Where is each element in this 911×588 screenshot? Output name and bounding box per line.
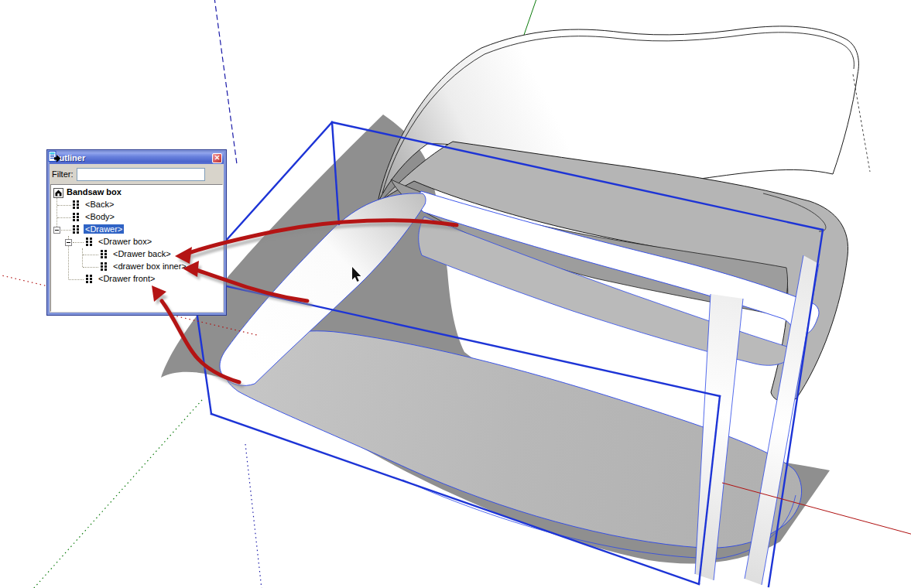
- green-axis-positive: [524, 0, 537, 35]
- tree-row-drawer-box-inner[interactable]: <drawer box inner>: [51, 261, 222, 273]
- filter-label: Filter:: [52, 169, 74, 179]
- tree-row-drawer-front[interactable]: <Drawer front>: [51, 273, 222, 285]
- close-icon[interactable]: ✕: [212, 153, 222, 163]
- tree-item-label: Bandsaw box: [67, 187, 122, 197]
- collapse-expander-icon[interactable]: [53, 227, 60, 234]
- details-flyout-icon[interactable]: [207, 167, 221, 181]
- tree-item-label: <Back>: [85, 200, 114, 209]
- tree-row-back[interactable]: <Back>: [51, 199, 222, 211]
- blue-axis-upper: [214, 0, 237, 164]
- tree-row-root[interactable]: Bandsaw box: [51, 186, 222, 199]
- green-axis-negative: [33, 400, 202, 588]
- outliner-titlebar[interactable]: Outliner ✕: [50, 152, 224, 164]
- outliner-panel: Outliner ✕ Filter:: [46, 149, 227, 316]
- filter-row: Filter:: [50, 164, 224, 184]
- outliner-body: Filter:: [50, 164, 224, 313]
- tree-row-drawer-box[interactable]: <Drawer box>: [51, 236, 222, 248]
- filter-input[interactable]: [77, 168, 206, 181]
- tree-row-body[interactable]: <Body>: [51, 211, 222, 224]
- tree-item-label: <drawer box inner>: [113, 262, 187, 271]
- tree-item-label: <Drawer box>: [98, 237, 152, 246]
- tree-item-label: <Drawer back>: [113, 249, 171, 258]
- tree-row-drawer-back[interactable]: <Drawer back>: [51, 248, 222, 261]
- tree-item-label: <Drawer front>: [98, 274, 155, 283]
- collapse-expander-icon[interactable]: [65, 239, 72, 246]
- tree-item-label-selected: <Drawer>: [84, 224, 124, 234]
- panel-title: Outliner: [53, 153, 212, 163]
- outliner-tree: Bandsaw box <Back> <Body>: [50, 184, 223, 312]
- tree-row-drawer[interactable]: <Drawer>: [51, 224, 222, 236]
- tree-item-label: <Body>: [85, 212, 115, 221]
- blue-axis-negative: [245, 444, 262, 588]
